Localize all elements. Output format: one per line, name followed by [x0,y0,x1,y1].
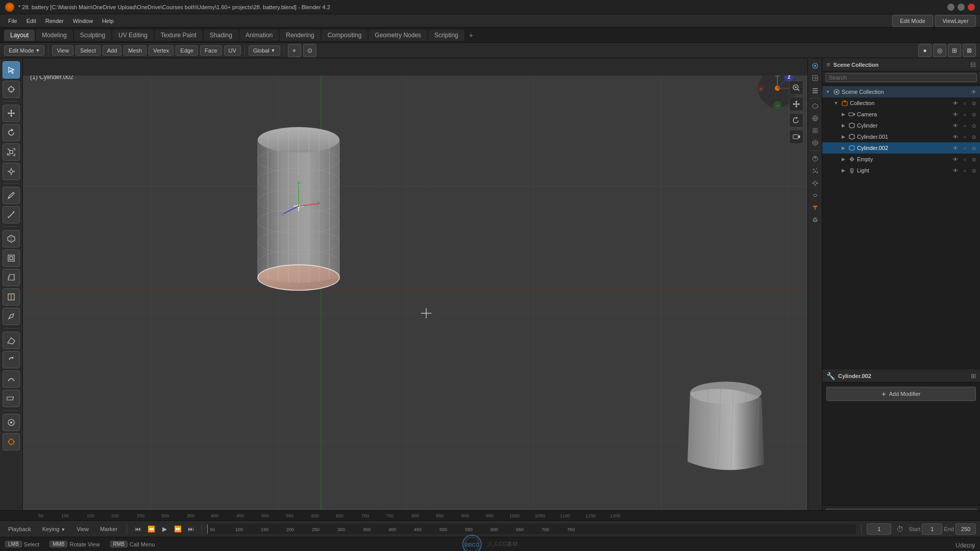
camera-view-button[interactable] [789,130,803,144]
empty-render-icon[interactable]: ⊙ [970,155,978,163]
keying-set-button[interactable]: ⏱ [894,523,905,535]
face-menu-button[interactable]: Face [200,45,222,56]
overlays-button[interactable]: ⊞ [948,44,961,57]
select-tool-button[interactable] [3,61,20,79]
shear-button[interactable] [3,390,20,407]
modifier-expand-icon[interactable]: ⊞ [971,372,976,380]
inset-button[interactable] [3,249,20,267]
uv-menu-button[interactable]: UV [224,45,241,56]
xray-button[interactable]: ⊠ [963,44,976,57]
empty-restrict-icon[interactable]: ○ [961,155,969,163]
close-button[interactable] [968,4,975,11]
collection-restrict-icon[interactable]: ○ [961,99,969,107]
cylinder-render-icon[interactable]: ⊙ [970,121,978,130]
cylinder002-restrict-icon[interactable]: ○ [961,144,969,152]
push-pull-button[interactable] [3,433,20,450]
cursor-tool-button[interactable] [3,81,20,98]
outliner-collection-row[interactable]: ▼ Collection 👁 ○ ⊙ [822,97,980,109]
output-props-button[interactable] [810,72,821,84]
tab-compositing[interactable]: Compositing [322,30,368,41]
viewport-shading-rendered[interactable]: ◎ [933,44,946,57]
outliner-search-input[interactable] [825,73,977,82]
object-data-props-button[interactable] [810,214,821,226]
edit-mode-button[interactable]: Edit Mode ▼ [4,45,44,56]
outliner-light-row[interactable]: ▶ Light 👁 ○ ⊙ [822,165,980,176]
measure-tool-button[interactable] [3,206,20,223]
cylinder002-render-icon[interactable]: ⊙ [970,144,978,152]
add-workspace-button[interactable]: + [465,30,477,41]
cylinder001-restrict-icon[interactable]: ○ [961,133,969,141]
tab-layout[interactable]: Layout [4,30,35,41]
outliner-cylinder002-row[interactable]: ▶ Cylinder.002 👁 ○ ⊙ [822,142,980,154]
light-render-icon[interactable]: ⊙ [970,166,978,174]
particles-props-button[interactable] [810,165,821,177]
proportional-edit-button[interactable]: ⊙ [303,44,316,57]
spin-button[interactable] [3,351,20,368]
jump-forward-button[interactable]: ⏩ [172,523,183,535]
keying-menu-button[interactable]: Keying ▼ [38,525,70,533]
camera-eye-icon[interactable]: 👁 [951,110,960,118]
cylinder-arrow-icon[interactable]: ▶ [840,122,847,129]
cylinder-eye-icon[interactable]: 👁 [951,121,960,130]
cylinder-restrict-icon[interactable]: ○ [961,121,969,130]
current-frame-input[interactable] [867,523,891,535]
empty-eye-icon[interactable]: 👁 [951,155,960,163]
scale-tool-button[interactable] [3,143,20,161]
start-frame-input[interactable] [922,523,942,535]
zoom-in-button[interactable] [789,81,803,95]
menu-render[interactable]: Render [41,17,68,25]
light-restrict-icon[interactable]: ○ [961,166,969,174]
pan-button[interactable] [789,97,803,111]
camera-render-icon[interactable]: ⊙ [970,110,978,118]
poly-build-button[interactable] [3,332,20,349]
cylinder001-arrow-icon[interactable]: ▶ [840,133,847,140]
modifiers-props-button[interactable] [810,202,821,213]
play-button[interactable]: ▶ [159,523,170,535]
playback-menu-button[interactable]: Playback [4,525,35,533]
mesh-menu-button[interactable]: Mesh [124,45,146,56]
collection-arrow-icon[interactable]: ▼ [832,99,840,107]
vertex-menu-button[interactable]: Vertex [149,45,174,56]
mesh-props-button[interactable] [810,137,821,148]
tab-scripting[interactable]: Scripting [428,30,464,41]
snap-toggle-button[interactable]: ⌖ [288,44,301,57]
menu-edit[interactable]: Edit [22,17,40,25]
render-props-button[interactable] [810,60,821,71]
view-layer-props-button[interactable] [810,85,821,96]
constraints-props-button[interactable] [810,190,821,201]
shrink-fatten-button[interactable] [3,414,20,431]
viewlayer-selector[interactable]: ViewLayer [935,15,976,27]
scene-collection-arrow-icon[interactable]: ▼ [824,88,831,95]
outliner-cylinder001-row[interactable]: ▶ Cylinder.001 👁 ○ ⊙ [822,131,980,142]
outliner-empty-row[interactable]: ▶ Empty 👁 ○ ⊙ [822,154,980,165]
knife-button[interactable] [3,308,20,325]
outliner-camera-row[interactable]: ▶ Camera 👁 ○ ⊙ [822,109,980,120]
select-menu-button[interactable]: Select [76,45,101,56]
light-arrow-icon[interactable]: ▶ [840,167,847,174]
cylinder001-render-icon[interactable]: ⊙ [970,133,978,141]
physics-props-button[interactable] [810,178,821,189]
tab-sculpting[interactable]: Sculpting [74,30,111,41]
cylinder001-eye-icon[interactable]: 👁 [951,133,960,141]
tab-texture-paint[interactable]: Texture Paint [155,30,203,41]
smooth-button[interactable] [3,370,20,388]
collection-eye-icon[interactable]: 👁 [951,99,960,107]
end-frame-input[interactable] [955,523,976,535]
cylinder002-eye-icon[interactable]: 👁 [951,144,960,152]
transform-tool-button[interactable] [3,163,20,180]
jump-to-end-button[interactable]: ⏭ [185,523,197,535]
tab-rendering[interactable]: Rendering [280,30,320,41]
camera-arrow-icon[interactable]: ▶ [840,111,847,118]
tab-animation[interactable]: Animation [239,30,279,41]
light-eye-icon[interactable]: 👁 [951,166,960,174]
tab-shading[interactable]: Shading [204,30,238,41]
object-props-button[interactable] [810,125,821,136]
loop-cut-button[interactable] [3,288,20,306]
timeline-ruler[interactable]: 50 100 150 200 250 300 350 400 450 500 5… [207,524,856,534]
outliner-scene-collection-row[interactable]: ▼ Scene Collection 👁 [822,86,980,97]
outliner-cylinder-row[interactable]: ▶ Cylinder 👁 ○ ⊙ [822,120,980,131]
edge-menu-button[interactable]: Edge [176,45,198,56]
rotate-tool-button[interactable] [3,124,20,141]
collection-render-icon[interactable]: ⊙ [970,99,978,107]
menu-window[interactable]: Window [69,17,97,25]
